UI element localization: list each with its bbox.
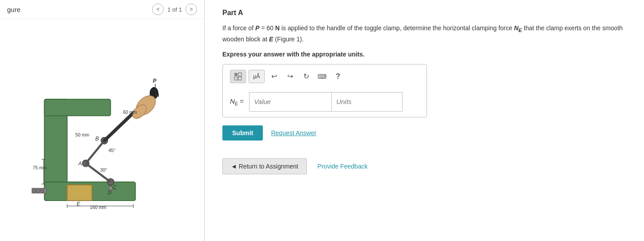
svg-text:30°: 30° [100,168,107,173]
keyboard-button[interactable]: ⌨ [315,70,329,83]
undo-button[interactable]: ↩ [267,70,281,83]
svg-text:E: E [76,201,80,207]
redo-icon: ↪ [287,72,293,80]
ne-label: NE = [230,97,244,106]
svg-rect-38 [238,73,242,76]
matrix-button[interactable] [230,70,246,83]
math-NE: NE [514,24,522,32]
svg-text:B: B [95,136,99,142]
toggle-clamp-figure: C A B P 60 mm [27,41,178,219]
bottom-nav: ◄ Return to Assignment Provide Feedback [222,158,626,174]
math-E: E [269,36,273,43]
figure-next-button[interactable]: > [185,4,197,15]
figure-nav: < 1 of 1 > [152,4,197,15]
figure-prev-button[interactable]: < [152,4,164,15]
keyboard-icon: ⌨ [318,73,326,80]
mu-icon: μÅ [254,73,260,80]
svg-point-5 [36,189,40,193]
figure-counter: 1 of 1 [167,6,182,13]
svg-text:50 mm: 50 mm [75,132,89,137]
part-title: Part A [222,9,626,17]
svg-point-6 [40,189,44,193]
submit-row: Submit Request Answer [222,125,626,141]
value-input[interactable] [249,92,331,112]
figure-image-area: C A B P 60 mm [0,19,204,241]
math-P: P [255,24,259,32]
svg-line-12 [85,163,110,182]
mu-button[interactable]: μÅ [249,70,265,83]
svg-text:45°: 45° [108,148,115,153]
figure-title: gure [7,6,20,13]
redo-button[interactable]: ↪ [283,70,297,83]
input-row: NE = [230,92,419,112]
help-button[interactable]: ? [331,70,345,83]
svg-text:P: P [153,78,157,84]
svg-rect-7 [67,185,92,200]
figure-header: gure < 1 of 1 > [0,0,204,19]
math-N-unit: N [275,24,280,32]
question-text: If a force of P = 60 N is applied to the… [222,23,626,44]
refresh-icon: ↻ [303,72,309,80]
refresh-button[interactable]: ↻ [299,70,313,83]
svg-line-15 [85,141,104,163]
request-answer-button[interactable]: Request Answer [271,129,316,137]
toolbar: μÅ ↩ ↪ ↻ ⌨ ? [230,70,419,87]
svg-rect-37 [234,73,237,76]
svg-text:D: D [108,189,112,196]
provide-feedback-button[interactable]: Provide Feedback [318,163,368,170]
submit-button[interactable]: Submit [222,125,263,141]
help-icon: ? [336,72,340,80]
right-panel: Part A If a force of P = 60 N is applied… [205,0,644,241]
svg-rect-2 [44,99,110,116]
svg-text:60 mm: 60 mm [123,109,137,114]
units-input[interactable] [331,92,402,112]
undo-icon: ↩ [271,72,277,80]
svg-point-36 [108,186,112,190]
answer-box: μÅ ↩ ↪ ↻ ⌨ ? NE = [222,64,427,117]
svg-text:75 mm: 75 mm [32,165,46,170]
svg-rect-40 [238,77,242,80]
svg-point-4 [32,189,36,193]
svg-text:A: A [78,161,82,167]
svg-text:160 mm: 160 mm [90,205,106,209]
return-to-assignment-button[interactable]: ◄ Return to Assignment [222,158,307,174]
figure-panel: gure < 1 of 1 > C [0,0,205,241]
svg-rect-39 [234,77,237,80]
express-label: Express your answer with the appropriate… [222,51,626,58]
svg-text:C: C [113,185,117,191]
matrix-icon [234,72,242,80]
